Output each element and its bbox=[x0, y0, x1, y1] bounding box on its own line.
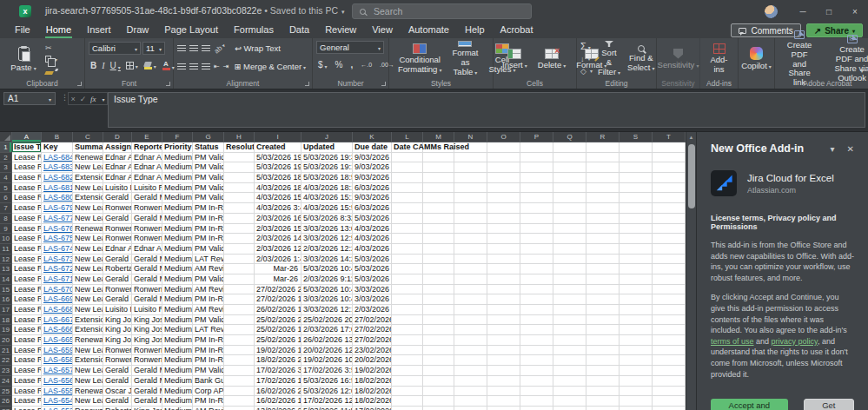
cell-R14[interactable] bbox=[586, 274, 620, 285]
cell-C4[interactable]: Extension bbox=[73, 173, 103, 183]
cell-S17[interactable] bbox=[620, 305, 653, 315]
cell-M20[interactable] bbox=[423, 335, 454, 346]
cell-O17[interactable] bbox=[487, 305, 520, 315]
align-bottom-icon[interactable] bbox=[202, 45, 210, 52]
cell-N3[interactable] bbox=[454, 162, 487, 173]
cell-F23[interactable]: Medium bbox=[162, 366, 193, 376]
cell-H18[interactable] bbox=[224, 315, 255, 326]
cell-S9[interactable] bbox=[620, 224, 653, 235]
column-header-O[interactable]: O bbox=[487, 132, 520, 142]
cell-L27[interactable] bbox=[392, 407, 423, 410]
cell-A10[interactable]: Lease Req bbox=[12, 234, 42, 244]
column-header-R[interactable]: R bbox=[586, 132, 620, 142]
cell-T21[interactable] bbox=[653, 346, 686, 356]
cell-S11[interactable] bbox=[620, 244, 653, 255]
cell-O9[interactable] bbox=[487, 224, 520, 235]
cell-I6[interactable]: 4/03/2026 15:10 bbox=[255, 193, 301, 203]
cell-C7[interactable]: New Lease bbox=[73, 203, 103, 214]
cell-F6[interactable]: Medium bbox=[162, 193, 193, 203]
cell-E2[interactable]: Ednar Alit bbox=[132, 153, 162, 163]
alignment-dialog-launcher-icon[interactable] bbox=[305, 82, 309, 86]
cell-I10[interactable]: 2/03/2026 14:42 bbox=[255, 234, 301, 244]
cell-H19[interactable] bbox=[224, 325, 255, 335]
cell-F5[interactable]: Medium bbox=[162, 183, 193, 194]
cell-G1[interactable]: Status bbox=[193, 142, 224, 153]
cell-P23[interactable] bbox=[520, 366, 553, 376]
cell-E22[interactable]: Ronwenal bbox=[132, 355, 162, 366]
cell-A25[interactable]: Lease Req bbox=[12, 387, 42, 397]
cell-A14[interactable]: Lease Req bbox=[12, 274, 42, 285]
cell-G10[interactable]: PM In-Rev bbox=[193, 234, 224, 244]
cell-R11[interactable] bbox=[586, 244, 620, 255]
cell-G20[interactable]: PM In-Rev bbox=[193, 335, 224, 346]
column-header-E[interactable]: E bbox=[132, 132, 162, 142]
cell-H16[interactable] bbox=[224, 294, 255, 305]
cut-icon[interactable]: ✂ bbox=[45, 42, 57, 53]
cell-K8[interactable]: 5/03/2026 bbox=[353, 214, 392, 224]
search-input[interactable] bbox=[372, 5, 502, 17]
cell-D5[interactable]: Luisito Re bbox=[103, 183, 132, 194]
cell-C5[interactable]: New Lease bbox=[73, 183, 103, 194]
privacy-policy-link[interactable]: privacy policy bbox=[772, 337, 818, 346]
cell-D2[interactable]: Ednar Alit bbox=[103, 153, 132, 163]
cell-Q5[interactable] bbox=[553, 183, 586, 194]
cell-B4[interactable]: LAS-682 bbox=[42, 173, 73, 183]
cell-O2[interactable] bbox=[487, 153, 520, 163]
cell-G12[interactable]: LAT Revie bbox=[193, 255, 224, 265]
cell-J19[interactable]: 2/03/2026 17:07 bbox=[301, 325, 353, 335]
cell-P14[interactable] bbox=[520, 274, 553, 285]
number-format-select[interactable]: General bbox=[316, 41, 384, 54]
cell-S24[interactable] bbox=[620, 376, 653, 387]
column-header-M[interactable]: M bbox=[423, 132, 454, 142]
cell-C14[interactable]: New Lease bbox=[73, 274, 103, 285]
cell-T25[interactable] bbox=[653, 387, 686, 397]
cell-D17[interactable]: Luisito Re bbox=[103, 305, 132, 315]
cell-M27[interactable] bbox=[423, 407, 454, 410]
cell-G17[interactable]: AM Revie bbox=[193, 305, 224, 315]
cell-J13[interactable]: 5/03/2026 10:41 bbox=[301, 264, 353, 274]
cell-C25[interactable]: Renewal - bbox=[73, 387, 103, 397]
cell-K7[interactable]: 6/03/2026 bbox=[353, 203, 392, 214]
cell-T18[interactable] bbox=[653, 315, 686, 326]
row-header-18[interactable]: 18 bbox=[0, 315, 12, 326]
cell-G9[interactable]: PM In-Rev bbox=[193, 224, 224, 235]
cell-A20[interactable]: Lease Req bbox=[12, 335, 42, 346]
cell-K27[interactable]: 17/02/2026 bbox=[353, 407, 392, 410]
cell-H26[interactable] bbox=[224, 396, 255, 407]
cell-M13[interactable] bbox=[423, 264, 454, 274]
cell-E17[interactable]: Luisito Re bbox=[132, 305, 162, 315]
cell-J21[interactable]: 20/02/2026 12:26 bbox=[301, 346, 353, 356]
cell-E23[interactable]: Gerald Ma bbox=[132, 366, 162, 376]
cell-P20[interactable] bbox=[520, 335, 553, 346]
cell-B20[interactable]: LAS-665 bbox=[42, 335, 73, 346]
cell-L17[interactable] bbox=[392, 305, 423, 315]
cell-E6[interactable]: Gerald Ma bbox=[132, 193, 162, 203]
cell-G4[interactable]: PM Valida bbox=[193, 173, 224, 183]
cell-S22[interactable] bbox=[620, 355, 653, 366]
cell-I7[interactable]: 4/03/2026 3:40 bbox=[255, 203, 301, 214]
cell-J23[interactable]: 17/02/2026 3:50 bbox=[301, 366, 353, 376]
cell-G25[interactable]: Corp AP bbox=[193, 387, 224, 397]
cell-M16[interactable] bbox=[423, 294, 454, 305]
cell-N18[interactable] bbox=[454, 315, 487, 326]
cell-H23[interactable] bbox=[224, 366, 255, 376]
cell-P8[interactable] bbox=[520, 214, 553, 224]
cell-I5[interactable]: 4/03/2026 18:10 bbox=[255, 183, 301, 194]
cell-N23[interactable] bbox=[454, 366, 487, 376]
cell-R6[interactable] bbox=[586, 193, 620, 203]
cell-B14[interactable]: LAS-671 bbox=[42, 274, 73, 285]
cell-T14[interactable] bbox=[653, 274, 686, 285]
vertical-scrollbar[interactable]: ▲ bbox=[686, 132, 696, 410]
cell-K6[interactable]: 9/03/2026 bbox=[353, 193, 392, 203]
cell-P26[interactable] bbox=[520, 396, 553, 407]
cell-E18[interactable]: King Josep bbox=[132, 315, 162, 326]
cell-H2[interactable] bbox=[224, 153, 255, 163]
cell-S16[interactable] bbox=[620, 294, 653, 305]
cell-O7[interactable] bbox=[487, 203, 520, 214]
row-header-11[interactable]: 11 bbox=[0, 244, 12, 255]
cell-S14[interactable] bbox=[620, 274, 653, 285]
cell-G16[interactable]: PM In-Rev bbox=[193, 294, 224, 305]
cell-A23[interactable]: Lease Req bbox=[12, 366, 42, 376]
tab-file[interactable]: File bbox=[7, 23, 38, 38]
cell-E8[interactable]: Gerald Ma bbox=[132, 214, 162, 224]
